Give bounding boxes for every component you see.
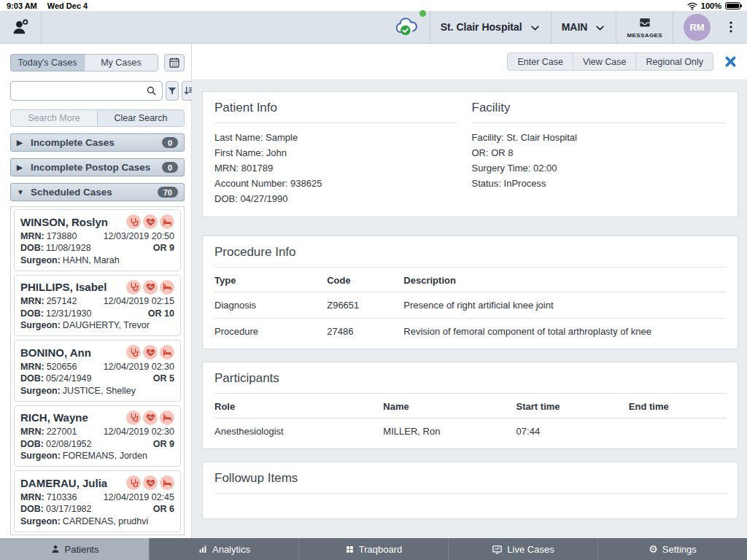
scheduled-case-list: WINSON, Roslyn MRN:17388012/03/2019 20:5… (10, 206, 185, 535)
col-type: Type (214, 268, 327, 292)
case-list-sidebar: Today's Cases My Cases Search More C (0, 44, 192, 538)
facility-name: Facility: St. Clair Hospital (472, 130, 727, 145)
section-incomplete-postop-cases[interactable]: ▶ Incomplete Postop Cases 0 (10, 158, 185, 176)
chevron-down-icon (595, 23, 605, 34)
case-card[interactable]: WINSON, Roslyn MRN:17388012/03/2019 20:5… (14, 209, 181, 271)
dob-label: DOB: (20, 373, 44, 384)
nav-tab-traqboard[interactable]: Traqboard (299, 538, 449, 560)
enter-case-button[interactable]: Enter Case (507, 52, 573, 71)
proc-id: ProcID: 22701 (202, 532, 738, 538)
case-action-group: Enter Case View Case Regional Only (507, 52, 713, 71)
patient-name: BONINO, Ann (20, 346, 91, 359)
patient-first-name: First Name: John (214, 145, 457, 160)
case-datetime: 12/03/2019 20:50 (104, 231, 174, 241)
mrn-value: 257142 (47, 296, 77, 306)
nav-label: Traqboard (359, 544, 403, 555)
surgeon-label: Surgeon: (20, 451, 61, 461)
close-case-detail-button[interactable] (724, 55, 738, 69)
surgeon-value: FOREMANS, Jorden (63, 451, 147, 461)
or-room: OR 9 (153, 439, 174, 449)
participant-end (629, 419, 726, 440)
battery-percent: 100% (701, 1, 721, 10)
proc-type: Procedure (214, 319, 327, 341)
mrn-value: 173880 (47, 231, 77, 241)
case-card[interactable]: PHILLIPS, Isabel MRN:25714212/04/2019 02… (14, 275, 181, 337)
participants-table: Role Name Start time End time Anesthesio… (214, 394, 726, 440)
col-code: Code (327, 268, 403, 292)
account-button[interactable]: RM (673, 11, 721, 43)
location-selector[interactable]: MAIN (551, 11, 616, 43)
nav-tab-patients[interactable]: Patients (0, 538, 150, 560)
heart-pulse-icon (143, 345, 158, 359)
bed-icon (160, 475, 174, 490)
regional-only-button[interactable]: Regional Only (636, 52, 713, 71)
facility-selector-label: St. Clair Hospital (441, 21, 522, 33)
user-profile-button[interactable] (0, 11, 42, 43)
bed-icon (160, 214, 174, 229)
filter-funnel-icon (166, 85, 178, 97)
participant-name: MILLER, Ron (383, 419, 516, 440)
dob-label: DOB: (20, 439, 44, 449)
tab-my-cases[interactable]: My Cases (84, 54, 158, 71)
clear-search-button[interactable]: Clear Search (97, 109, 185, 127)
bar-chart-icon (198, 544, 208, 554)
tab-todays-cases[interactable]: Today's Cases (10, 54, 84, 71)
heart-pulse-icon (143, 214, 158, 229)
battery-icon (725, 2, 740, 9)
case-datetime: 12/04/2019 02:30 (104, 427, 174, 437)
nav-tab-live-cases[interactable]: Live Cases (449, 538, 598, 560)
nav-label: Analytics (212, 544, 250, 555)
stethoscope-icon (126, 475, 141, 490)
mrn-label: MRN: (20, 362, 44, 372)
proc-desc: Revision of femoral component of total a… (403, 319, 726, 341)
or-room: OR 9 (153, 243, 174, 253)
dob-label: DOB: (20, 243, 44, 253)
bottom-nav: Patients Analytics Traqboard Live Cases … (0, 538, 747, 560)
filter-button[interactable] (166, 81, 179, 101)
close-icon (724, 55, 738, 69)
view-case-button[interactable]: View Case (573, 52, 637, 71)
dob-value: 02/08/1952 (46, 439, 92, 449)
case-detail-panel: Enter Case View Case Regional Only Patie… (192, 44, 747, 538)
expanded-triangle-icon: ▼ (17, 188, 24, 196)
surgeon-value: JUSTICE, Shelley (63, 386, 136, 396)
case-card[interactable]: BONINO, Ann MRN:52065612/04/2019 02:30 D… (14, 340, 181, 402)
col-start-time: Start time (516, 394, 629, 419)
section-scheduled-cases[interactable]: ▼ Scheduled Cases 70 (10, 183, 185, 201)
participants-title: Participants (214, 370, 726, 394)
dob-label: DOB: (20, 504, 44, 514)
kebab-menu-icon (724, 19, 738, 35)
section-incomplete-cases[interactable]: ▶ Incomplete Cases 0 (10, 133, 185, 152)
case-search-input[interactable] (17, 85, 145, 96)
nav-label: Settings (662, 544, 697, 555)
section-label: Incomplete Cases (31, 137, 115, 148)
messages-button[interactable]: MESSAGES (616, 11, 673, 43)
stethoscope-icon (126, 411, 141, 425)
case-card[interactable]: RICH, Wayne MRN:22700112/04/2019 02:30 D… (14, 405, 181, 467)
overflow-menu-button[interactable] (721, 11, 747, 43)
status-date: Wed Dec 4 (47, 1, 88, 10)
search-icon[interactable] (145, 85, 158, 97)
table-row: Diagnosis Z96651 Presence of right artif… (214, 292, 726, 319)
col-description: Description (403, 268, 726, 292)
patient-info-title: Patient Info (214, 99, 457, 123)
nav-tab-settings[interactable]: ⚙ Settings (598, 538, 747, 560)
nav-tab-analytics[interactable]: Analytics (150, 538, 299, 560)
bed-icon (160, 411, 174, 425)
mrn-value: 710336 (47, 492, 77, 502)
section-label: Incomplete Postop Cases (31, 162, 150, 173)
patient-name: WINSON, Roslyn (20, 216, 108, 228)
facility-selector[interactable]: St. Clair Hospital (430, 11, 551, 43)
collapsed-triangle-icon: ▶ (17, 139, 24, 147)
sync-status-button[interactable] (384, 11, 430, 43)
case-card[interactable]: DAMERAU, Julia MRN:71033612/04/2019 02:4… (14, 470, 181, 532)
search-more-button[interactable]: Search More (10, 109, 97, 127)
cloud-sync-icon (394, 15, 419, 36)
or-room: OR 5 (153, 373, 174, 384)
sync-notification-dot (419, 10, 426, 17)
participant-start: 07:44 (516, 419, 629, 440)
facility-or: OR: OR 8 (472, 145, 727, 160)
dob-value: 05/24/1949 (46, 373, 92, 384)
procedure-info-panel: Procedure Info Type Code Description Dia… (202, 236, 738, 349)
calendar-button[interactable] (164, 54, 185, 71)
